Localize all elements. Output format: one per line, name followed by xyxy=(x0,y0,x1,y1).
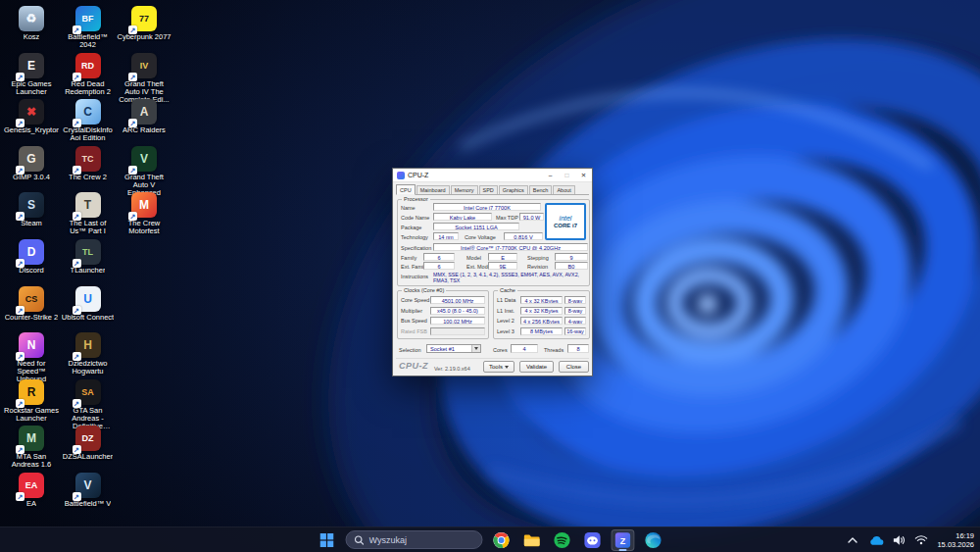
max-tdp-field: 91.0 W xyxy=(519,213,544,221)
maximize-button[interactable]: □ xyxy=(559,169,575,181)
desktop-icon-red-dead-redemption-2[interactable]: RD↗Red Dead Redemption 2 xyxy=(61,53,116,96)
validate-button[interactable]: Validate xyxy=(519,361,554,373)
selection-label: Selection xyxy=(399,347,421,353)
shortcut-arrow-icon: ↗ xyxy=(16,119,24,127)
desktop-icon-genesis-krypton[interactable]: ✖↗Genesis_Krypton_... xyxy=(4,99,59,134)
chrome-taskbar-button[interactable] xyxy=(490,529,514,551)
start-button[interactable] xyxy=(316,529,339,551)
hidden-icons-chevron[interactable] xyxy=(845,531,860,549)
desktop-icon-ubisoft-connect[interactable]: U↗Ubisoft Connect xyxy=(61,286,116,322)
desktop-icon-steam[interactable]: S↗Steam xyxy=(4,192,59,227)
arc-raiders-icon: A↗ xyxy=(131,99,157,125)
close-button[interactable]: Close xyxy=(559,361,589,373)
desktop-icon-kosz[interactable]: ♻Kosz xyxy=(4,6,59,41)
desktop-icon-grand-theft-auto-iv-the-complete-edi[interactable]: IV↗Grand Theft Auto IV The Complete Edi.… xyxy=(117,53,172,104)
desktop-icon-battlefield-2042[interactable]: BF↗Battlefield™ 2042 xyxy=(61,6,116,49)
desktop-icon-the-last-of-us-part-i[interactable]: T↗The Last of Us™ Part I xyxy=(61,192,116,235)
desktop-icon-tlauncher[interactable]: TL↗TLauncher xyxy=(61,239,116,275)
cpuz-tab-memory[interactable]: Memory xyxy=(451,185,478,194)
volume-icon xyxy=(892,534,906,546)
cores-label: Cores xyxy=(493,347,508,353)
instructions-field: MMX, SSE (1, 2, 3, 4.1, 4.2), SSSE3, EM6… xyxy=(433,272,588,284)
desktop-icon-label: Steam xyxy=(21,220,42,227)
search-input[interactable] xyxy=(369,535,467,545)
model-field: E xyxy=(488,253,517,261)
system-tray: 16:19 15.03.2026 xyxy=(845,527,974,552)
taskbar-search[interactable] xyxy=(346,530,483,549)
desktop-icon-counter-strike-2[interactable]: CS↗Counter-Strike 2 xyxy=(4,286,59,322)
desktop-icon-need-for-speed-unbound[interactable]: N↗Need for Speed™ Unbound xyxy=(4,332,59,383)
desktop-icon-mta-san-andreas-1-6[interactable]: M↗MTA San Andreas 1.6 xyxy=(4,426,59,469)
shortcut-arrow-icon: ↗ xyxy=(16,399,24,408)
discord-taskbar-button[interactable] xyxy=(581,529,605,551)
discord-icon xyxy=(584,531,602,549)
edge-taskbar-button[interactable] xyxy=(642,529,665,551)
desktop-icon-arc-raiders[interactable]: A↗ARC Raiders xyxy=(117,99,172,134)
cpuz-tab-spd[interactable]: SPD xyxy=(479,185,498,194)
desktop-icon-label: MTA San Andreas 1.6 xyxy=(4,453,59,469)
explorer-taskbar-button[interactable] xyxy=(520,529,544,551)
wifi-tray-button[interactable] xyxy=(913,531,929,549)
desktop-icon-label: DZSALauncher xyxy=(63,453,113,461)
cpuz-tab-graphics[interactable]: Graphics xyxy=(499,185,528,194)
cpuz-tab-about[interactable]: About xyxy=(553,185,574,194)
cpuz-taskbar-app-icon: Z xyxy=(614,531,632,549)
desktop-icon-cyberpunk-2077[interactable]: 77↗Cyberpunk 2077 xyxy=(117,6,172,41)
stepping-label: Stepping xyxy=(527,255,549,261)
shortcut-arrow-icon: ↗ xyxy=(73,166,81,175)
desktop-icon-crystaldiskinfo-aoi-edition[interactable]: C↗CrystalDiskInfo Aoi Edition xyxy=(61,99,116,142)
threads-field: 8 xyxy=(567,344,589,353)
shortcut-arrow-icon: ↗ xyxy=(128,212,137,221)
shortcut-arrow-icon: ↗ xyxy=(128,25,137,34)
desktop-icon-epic-games-launcher[interactable]: E↗Epic Games Launcher xyxy=(4,53,59,96)
desktop-icon-the-crew-motorfest[interactable]: M↗The Crew Motorfest xyxy=(117,192,172,235)
cpuz-titlebar[interactable]: CPU-Z – □ ✕ xyxy=(393,169,592,182)
counter-strike-2-icon: CS↗ xyxy=(19,286,44,312)
desktop-icon-rockstar-games-launcher[interactable]: R↗Rockstar Games Launcher xyxy=(4,379,59,423)
discord-icon: D↗ xyxy=(19,239,44,265)
socket-selector[interactable]: Socket #1 xyxy=(426,344,481,353)
onedrive-tray-button[interactable] xyxy=(868,531,884,549)
spotify-taskbar-button[interactable] xyxy=(551,529,574,551)
rated-fsb-label: Rated FSB xyxy=(401,328,428,334)
desktop-icon-label: Dziedzictwo Hogwartu xyxy=(61,360,116,376)
technology-field: 14 nm xyxy=(433,232,459,240)
taskbar-clock[interactable]: 16:19 15.03.2026 xyxy=(937,531,974,549)
desktop-icon-dziedzictwo-hogwartu[interactable]: H↗Dziedzictwo Hogwartu xyxy=(61,332,116,376)
footer-divider xyxy=(396,358,589,359)
desktop-icon-discord[interactable]: D↗Discord xyxy=(4,239,59,275)
gta-san-andreas-definitive-editio-icon: SA↗ xyxy=(75,379,101,405)
tools-button[interactable]: Tools xyxy=(483,361,514,373)
battlefield-v-icon: V↗ xyxy=(75,473,101,498)
ea-icon: EA↗ xyxy=(19,473,44,498)
cpuz-tab-cpu[interactable]: CPU xyxy=(396,184,416,195)
desktop-icon-the-crew-2[interactable]: TC↗The Crew 2 xyxy=(61,146,116,181)
genesis-krypton-icon: ✖↗ xyxy=(19,99,44,125)
grand-theft-auto-iv-the-complete-edi-icon: IV↗ xyxy=(131,53,157,78)
desktop-icon-dzsalauncher[interactable]: DZ↗DZSALauncher xyxy=(61,426,116,461)
minimize-button[interactable]: – xyxy=(542,169,559,181)
volume-tray-button[interactable] xyxy=(891,531,906,549)
desktop-icon-gimp-3-0-4[interactable]: G↗GIMP 3.0.4 xyxy=(4,146,59,181)
level-3-assoc-field: 16-way xyxy=(564,327,586,335)
clocks-group: Clocks (Core #0) Core Speed4501.00 MHzMu… xyxy=(397,290,489,339)
dziedzictwo-hogwartu-icon: H↗ xyxy=(75,332,101,358)
desktop-icon-grand-theft-auto-v-enhanced[interactable]: V↗Grand Theft Auto V Enhanced xyxy=(117,146,172,197)
steam-icon: S↗ xyxy=(19,192,44,218)
desktop-icon-gta-san-andreas-definitive-editio[interactable]: SA↗GTA San Andreas - Definitive Editio..… xyxy=(61,379,116,430)
core-i7-text: CORE i7 xyxy=(554,223,577,228)
epic-games-launcher-icon: E↗ xyxy=(19,53,44,78)
desktop-icon-label: Battlefield™ V xyxy=(65,500,112,508)
desktop-icon-battlefield-v[interactable]: V↗Battlefield™ V xyxy=(61,473,116,508)
cores-field: 4 xyxy=(511,344,538,353)
taskbar-center: Z xyxy=(316,527,665,552)
cpuz-taskbar-button[interactable]: Z xyxy=(612,529,635,551)
cpuz-tab-mainboard[interactable]: Mainboard xyxy=(416,185,450,194)
desktop-icon-ea[interactable]: EA↗EA xyxy=(4,473,59,508)
close-icon[interactable]: ✕ xyxy=(575,169,592,181)
cache-group-label: Cache xyxy=(498,287,517,293)
window-controls: – □ ✕ xyxy=(542,169,592,181)
desktop-icon-label: EA xyxy=(26,500,36,508)
cpuz-tab-bench[interactable]: Bench xyxy=(529,185,553,194)
bus-speed-field: 100.02 MHz xyxy=(430,317,485,325)
